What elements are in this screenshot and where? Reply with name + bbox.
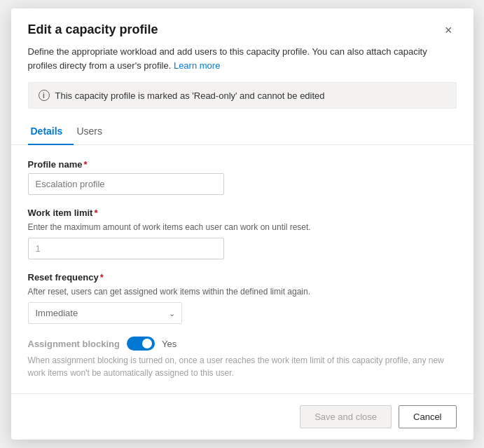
save-and-close-button[interactable]: Save and close — [300, 405, 392, 428]
dialog-header: Edit a capacity profile × — [11, 8, 473, 45]
assignment-blocking-group: Assignment blocking Yes When assignment … — [28, 337, 457, 379]
learn-more-link[interactable]: Learn more — [174, 60, 220, 71]
cancel-button[interactable]: Cancel — [399, 405, 456, 428]
dialog-body: Profile name* Work item limit* Enter the… — [11, 145, 473, 393]
profile-name-label: Profile name* — [28, 159, 457, 170]
work-item-limit-input[interactable] — [28, 238, 224, 259]
notice-bar: i This capacity profile is marked as 'Re… — [28, 82, 457, 109]
close-button[interactable]: × — [441, 22, 457, 38]
assignment-blocking-hint: When assignment blocking is turned on, o… — [28, 354, 457, 379]
profile-name-input[interactable] — [28, 173, 224, 195]
edit-capacity-profile-dialog: Edit a capacity profile × Define the app… — [11, 8, 473, 440]
dialog-footer: Save and close Cancel — [11, 393, 473, 440]
profile-name-group: Profile name* — [28, 159, 457, 195]
reset-frequency-select[interactable]: ImmediateDailyWeeklyMonthly — [28, 302, 182, 324]
reset-frequency-select-wrapper: ImmediateDailyWeeklyMonthly ⌄ — [28, 302, 182, 324]
work-item-limit-label: Work item limit* — [28, 208, 457, 218]
assignment-blocking-toggle-row: Assignment blocking Yes — [28, 337, 457, 351]
assignment-blocking-status: Yes — [162, 339, 177, 349]
assignment-blocking-label: Assignment blocking — [28, 339, 120, 349]
reset-frequency-label: Reset frequency* — [28, 272, 457, 283]
tab-bar: Details Users — [11, 109, 473, 145]
info-icon: i — [39, 90, 50, 101]
work-item-limit-group: Work item limit* Enter the maximum amoun… — [28, 208, 457, 259]
dialog-subtitle: Define the appropriate workload and add … — [11, 45, 473, 82]
assignment-blocking-toggle[interactable] — [127, 337, 155, 351]
reset-frequency-hint: After reset, users can get assigned work… — [28, 287, 457, 297]
tab-details[interactable]: Details — [28, 120, 74, 145]
notice-text: This capacity profile is marked as 'Read… — [55, 90, 325, 101]
dialog-title: Edit a capacity profile — [28, 22, 158, 37]
tab-users[interactable]: Users — [74, 120, 113, 145]
work-item-limit-hint: Enter the maximum amount of work items e… — [28, 222, 457, 232]
reset-frequency-group: Reset frequency* After reset, users can … — [28, 272, 457, 324]
